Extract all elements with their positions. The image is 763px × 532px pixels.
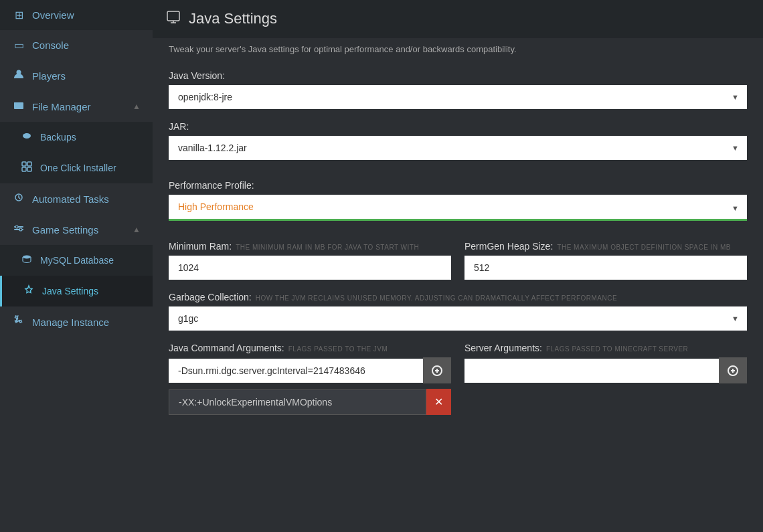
server-args-label: Server Arguments:FLAGS PASSED TO MINECRA… — [464, 343, 747, 353]
gc-group: Garbage Collection:HOW THE JVM RECLAIMS … — [169, 292, 747, 331]
permgen-label: PermGen Heap Size:THE MAXIMUM OBJECT DEF… — [464, 241, 747, 252]
permgen-group: PermGen Heap Size:THE MAXIMUM OBJECT DEF… — [464, 241, 747, 280]
svg-rect-6 — [22, 167, 26, 171]
sidebar-item-label: Backups — [40, 132, 76, 143]
sidebar-item-label: File Manager — [32, 101, 91, 112]
java-args-extra-row: ✕ — [169, 389, 451, 415]
game-settings-submenu: MySQL Database Java Settings — [0, 245, 153, 306]
java-args-input[interactable] — [169, 359, 423, 383]
java-version-group: Java Version: openjdk:8-jre — [169, 70, 747, 109]
sidebar-item-backups[interactable]: Backups — [0, 122, 153, 153]
sidebar: ⊞ Overview ▭ Console Players File Manage… — [0, 0, 153, 532]
sidebar-item-game-settings[interactable]: Game Settings ▲ — [0, 214, 153, 245]
svg-point-12 — [19, 228, 22, 231]
file-manager-submenu: Backups One Click Installer — [0, 122, 153, 183]
performance-profile-select[interactable]: High Performance Balanced Low Memory — [169, 195, 747, 221]
sidebar-item-label: Java Settings — [42, 286, 98, 296]
java-version-label: Java Version: — [169, 70, 747, 81]
jar-select-wrapper: vanilla-1.12.2.jar — [169, 136, 747, 160]
svg-rect-4 — [22, 162, 26, 166]
server-args-input-row — [464, 357, 747, 383]
backups-icon — [20, 130, 33, 144]
file-manager-icon — [12, 100, 25, 113]
sidebar-item-mysql-database[interactable]: MySQL Database — [0, 245, 153, 276]
jar-label: JAR: — [169, 121, 747, 132]
sidebar-item-overview[interactable]: ⊞ Overview — [0, 0, 153, 30]
sidebar-item-players[interactable]: Players — [0, 60, 153, 91]
svg-point-13 — [23, 256, 31, 259]
java-version-select[interactable]: openjdk:8-jre — [169, 85, 747, 109]
server-args-input[interactable] — [464, 359, 719, 383]
ram-permgen-row: Minimum Ram:THE MINIMUM RAM IN MB FOR JA… — [169, 241, 747, 280]
permgen-input[interactable] — [464, 256, 747, 280]
java-args-input-row — [169, 357, 451, 383]
sidebar-item-label: Console — [32, 39, 69, 51]
min-ram-label: Minimum Ram:THE MINIMUM RAM IN MB FOR JA… — [169, 241, 451, 252]
jar-select[interactable]: vanilla-1.12.2.jar — [169, 136, 747, 160]
min-ram-group: Minimum Ram:THE MINIMUM RAM IN MB FOR JA… — [169, 241, 451, 280]
expand-icon: ▲ — [133, 225, 141, 234]
main-content: Java Settings Tweak your server's Java s… — [153, 0, 763, 532]
sidebar-item-label: Manage Instance — [32, 317, 109, 328]
content-area: Java Version: openjdk:8-jre JAR: vanilla… — [153, 64, 763, 443]
svg-point-11 — [15, 226, 18, 228]
sidebar-item-automated-tasks[interactable]: Automated Tasks — [0, 183, 153, 214]
sidebar-item-label: Automated Tasks — [32, 193, 109, 205]
sidebar-item-label: Players — [32, 70, 66, 82]
args-row: Java Command Arguments:FLAGS PASSED TO T… — [169, 343, 747, 415]
sidebar-item-console[interactable]: ▭ Console — [0, 30, 153, 60]
console-icon: ▭ — [12, 39, 25, 52]
java-args-extra-input[interactable] — [169, 389, 426, 415]
performance-profile-select-wrapper: High Performance Balanced Low Memory — [169, 195, 747, 221]
sidebar-item-label: One Click Installer — [40, 163, 116, 173]
sidebar-item-label: Game Settings — [32, 224, 98, 236]
sidebar-item-one-click-installer[interactable]: One Click Installer — [0, 153, 153, 183]
svg-rect-7 — [27, 167, 31, 171]
page-subtitle: Tweak your server's Java settings for op… — [153, 37, 763, 64]
jar-group: JAR: vanilla-1.12.2.jar — [169, 121, 747, 160]
min-ram-input[interactable] — [169, 256, 451, 280]
java-version-select-wrapper: openjdk:8-jre — [169, 85, 747, 109]
players-icon — [12, 69, 25, 82]
performance-profile-label: Performance Profile: — [169, 180, 747, 191]
sidebar-item-label: MySQL Database — [40, 255, 114, 266]
sidebar-item-java-settings[interactable]: Java Settings — [0, 276, 153, 306]
server-args-group: Server Arguments:FLAGS PASSED TO MINECRA… — [464, 343, 747, 415]
gc-select-wrapper: g1gc cms parallel serial — [169, 306, 747, 331]
sidebar-item-label: Overview — [32, 9, 74, 21]
page-title: Java Settings — [189, 10, 277, 27]
svg-rect-5 — [27, 162, 31, 166]
automated-tasks-icon — [12, 192, 25, 205]
page-header: Java Settings — [153, 0, 763, 37]
gc-label: Garbage Collection:HOW THE JVM RECLAIMS … — [169, 292, 747, 302]
sidebar-item-file-manager[interactable]: File Manager ▲ — [0, 91, 153, 122]
mysql-icon — [20, 254, 33, 267]
header-icon — [166, 9, 181, 27]
one-click-icon — [20, 161, 33, 175]
sidebar-item-manage-instance[interactable]: Manage Instance — [0, 306, 153, 337]
java-args-remove-button[interactable]: ✕ — [426, 389, 451, 415]
manage-instance-icon — [12, 315, 25, 329]
java-args-group: Java Command Arguments:FLAGS PASSED TO T… — [169, 343, 451, 415]
svg-rect-14 — [167, 11, 179, 21]
java-settings-icon — [22, 284, 35, 298]
game-settings-icon — [12, 223, 25, 236]
server-args-add-button[interactable] — [719, 357, 747, 383]
java-args-add-button[interactable] — [423, 357, 451, 383]
overview-icon: ⊞ — [12, 9, 25, 21]
java-args-label: Java Command Arguments:FLAGS PASSED TO T… — [169, 343, 451, 353]
gc-select[interactable]: g1gc cms parallel serial — [169, 306, 747, 331]
performance-profile-group: Performance Profile: High Performance Ba… — [169, 180, 747, 221]
expand-icon: ▲ — [133, 102, 141, 111]
